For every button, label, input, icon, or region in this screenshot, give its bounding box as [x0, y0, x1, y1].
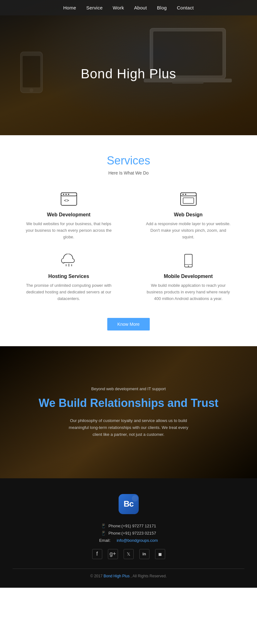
- know-more-button[interactable]: Know More: [107, 318, 150, 330]
- service-hosting: Hosting Services The promise of unlimite…: [19, 253, 119, 302]
- svg-point-23: [188, 266, 189, 267]
- social-linkedin[interactable]: in: [139, 549, 149, 559]
- service-web-design: Web Design Add a responsive mobile layer…: [138, 191, 239, 240]
- mobile-icon: [179, 253, 198, 269]
- svg-point-6: [30, 88, 33, 92]
- services-subheading: Here Is What We Do: [13, 170, 244, 175]
- footer-email: Email: info@bondgroups.com: [99, 538, 158, 543]
- parallax-sub: Beyond web development and IT support: [91, 386, 166, 391]
- nav-work[interactable]: Work: [113, 5, 124, 10]
- footer: Bc 📱 Phone:(+91) 97277 12171 📱 Phone:(+9…: [0, 478, 257, 588]
- hero-section: Bond High Plus: [0, 0, 257, 135]
- parallax-desc: Our philosophy of customer loyalty and s…: [66, 417, 192, 438]
- footer-copyright: © 2017 Bond High Plus , All Rights Reser…: [13, 574, 244, 578]
- service-web-development-title: Web Development: [47, 212, 90, 218]
- navbar: Home Service Work About Blog Contact: [0, 0, 257, 15]
- footer-brand-link[interactable]: Bond High Plus: [103, 574, 130, 578]
- social-twitter[interactable]: 𝕏: [124, 549, 134, 559]
- services-section: Services Here Is What We Do <> Web Devel…: [0, 135, 257, 346]
- service-web-design-title: Web Design: [174, 212, 203, 218]
- service-hosting-desc: The promise of unlimited computing power…: [25, 282, 113, 302]
- nav-home[interactable]: Home: [63, 5, 76, 10]
- svg-rect-3: [172, 82, 204, 84]
- parallax-title: We Build Relationships and Trust: [39, 396, 218, 410]
- code-icon: <>: [59, 191, 78, 207]
- services-grid: <> Web Development We build websites for…: [19, 191, 239, 302]
- social-facebook[interactable]: f: [92, 549, 102, 559]
- footer-contact: 📱 Phone:(+91) 97277 12171 📱 Phone:(+91) …: [13, 524, 244, 543]
- footer-phone2: 📱 Phone:(+91) 97223 02157: [101, 531, 156, 536]
- service-mobile-title: Mobile Development: [164, 274, 213, 279]
- service-web-development-desc: We build websites for your business, tha…: [25, 221, 113, 240]
- nav-blog[interactable]: Blog: [157, 5, 167, 10]
- service-web-design-desc: Add a responsive mobile layer to your we…: [144, 221, 232, 240]
- parallax-section: Beyond web development and IT support We…: [0, 346, 257, 478]
- phone2-icon: 📱: [101, 531, 106, 536]
- footer-divider: [13, 569, 244, 569]
- svg-point-16: [185, 194, 186, 195]
- svg-rect-21: [184, 254, 192, 267]
- social-googleplus[interactable]: g+: [108, 549, 118, 559]
- social-instagram[interactable]: ◼: [155, 549, 165, 559]
- service-web-development: <> Web Development We build websites for…: [19, 191, 119, 240]
- footer-social: f g+ 𝕏 in ◼: [13, 549, 244, 559]
- svg-rect-17: [183, 198, 194, 203]
- nav-service[interactable]: Service: [86, 5, 103, 10]
- nav-about[interactable]: About: [134, 5, 147, 10]
- svg-point-15: [182, 194, 184, 195]
- footer-phone1: 📱 Phone:(+91) 97277 12171: [101, 524, 156, 528]
- hero-title: Bond High Plus: [81, 66, 176, 81]
- svg-point-10: [65, 194, 67, 195]
- cloud-icon: [59, 253, 78, 269]
- footer-logo: Bc: [119, 494, 139, 514]
- service-mobile-desc: We build mobile application to reach you…: [144, 282, 232, 302]
- svg-point-24: [132, 495, 138, 502]
- svg-point-11: [68, 194, 69, 195]
- svg-point-9: [63, 194, 64, 195]
- design-icon: [179, 191, 198, 207]
- phone-icon: 📱: [101, 524, 106, 528]
- service-hosting-title: Hosting Services: [48, 274, 89, 279]
- svg-rect-5: [23, 56, 40, 87]
- svg-text:<>: <>: [64, 198, 69, 203]
- footer-email-link[interactable]: info@bondgroups.com: [117, 538, 158, 543]
- services-heading: Services: [13, 154, 244, 167]
- nav-contact[interactable]: Contact: [177, 5, 194, 10]
- service-mobile: Mobile Development We build mobile appli…: [138, 253, 239, 302]
